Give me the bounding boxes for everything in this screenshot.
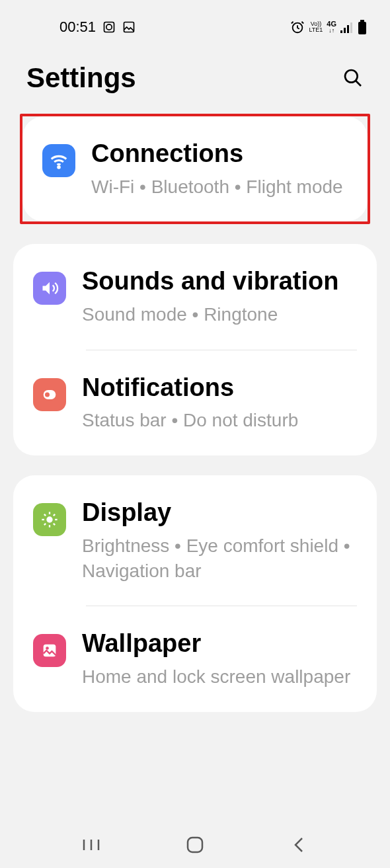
home-icon (186, 836, 204, 854)
svg-point-14 (46, 517, 52, 523)
status-bar: 00:51 Vo)) LTE1 4G ↓↑ (0, 0, 390, 42)
navigation-bar (0, 822, 390, 868)
setting-title: Sounds and vibration (82, 266, 357, 297)
setting-title: Connections (91, 139, 348, 169)
wifi-icon (42, 144, 75, 177)
setting-content: Wallpaper Home and lock screen wallpaper (82, 629, 357, 689)
setting-title: Wallpaper (82, 629, 357, 659)
search-button[interactable] (342, 67, 364, 89)
brightness-icon (33, 503, 66, 536)
home-button[interactable] (182, 832, 208, 858)
svg-line-19 (44, 514, 46, 516)
svg-point-1 (106, 24, 112, 30)
clock-app-icon (102, 20, 116, 34)
settings-header: Settings (0, 42, 390, 114)
svg-rect-9 (358, 22, 366, 34)
volte-icon: Vo)) LTE1 (309, 21, 323, 33)
svg-rect-2 (124, 22, 134, 32)
svg-line-21 (44, 524, 46, 525)
setting-item-display[interactable]: Display Brightness • Eye comfort shield … (13, 475, 377, 606)
setting-subtitle: Brightness • Eye comfort shield • Naviga… (82, 533, 357, 584)
speaker-icon (33, 272, 66, 305)
setting-item-connections[interactable]: Connections Wi-Fi • Bluetooth • Flight m… (22, 116, 368, 221)
svg-rect-6 (347, 25, 349, 33)
setting-item-sounds[interactable]: Sounds and vibration Sound mode • Ringto… (13, 244, 377, 349)
back-button[interactable] (286, 832, 312, 858)
settings-card-sounds-notifications: Sounds and vibration Sound mode • Ringto… (13, 244, 377, 455)
setting-subtitle: Wi-Fi • Bluetooth • Flight mode (91, 175, 348, 200)
setting-item-notifications[interactable]: Notifications Status bar • Do not distur… (13, 350, 377, 455)
settings-card-connections: Connections Wi-Fi • Bluetooth • Flight m… (22, 116, 368, 221)
setting-title: Notifications (82, 373, 357, 403)
svg-point-24 (46, 647, 49, 651)
svg-rect-28 (188, 838, 202, 852)
back-icon (292, 836, 305, 854)
svg-rect-4 (340, 30, 342, 33)
svg-line-20 (54, 524, 55, 525)
setting-subtitle: Home and lock screen wallpaper (82, 664, 357, 690)
svg-rect-23 (44, 645, 56, 657)
setting-content: Connections Wi-Fi • Bluetooth • Flight m… (91, 139, 348, 199)
svg-line-22 (54, 514, 55, 516)
battery-icon (358, 20, 367, 34)
svg-rect-5 (344, 28, 346, 33)
highlighted-section: Connections Wi-Fi • Bluetooth • Flight m… (20, 114, 370, 224)
notification-icon (33, 378, 66, 411)
svg-point-10 (345, 70, 358, 83)
recents-button[interactable] (78, 832, 104, 858)
image-app-icon (122, 20, 136, 34)
setting-content: Display Brightness • Eye comfort shield … (82, 498, 357, 583)
status-right: Vo)) LTE1 4G ↓↑ (290, 20, 367, 34)
svg-rect-0 (104, 22, 114, 32)
svg-point-11 (58, 167, 60, 169)
settings-card-display-wallpaper: Display Brightness • Eye comfort shield … (13, 475, 377, 712)
setting-subtitle: Sound mode • Ringtone (82, 302, 357, 327)
svg-point-13 (45, 392, 50, 397)
svg-rect-8 (360, 20, 364, 22)
recents-icon (81, 837, 101, 853)
status-time: 00:51 (59, 19, 96, 36)
alarm-icon (290, 20, 305, 34)
setting-subtitle: Status bar • Do not disturb (82, 408, 357, 433)
setting-title: Display (82, 498, 357, 528)
search-icon (342, 67, 364, 89)
network-type-icon: 4G ↓↑ (327, 20, 336, 34)
setting-content: Sounds and vibration Sound mode • Ringto… (82, 266, 357, 327)
page-title: Settings (26, 62, 136, 94)
setting-content: Notifications Status bar • Do not distur… (82, 373, 357, 433)
status-left: 00:51 (59, 19, 136, 36)
setting-item-wallpaper[interactable]: Wallpaper Home and lock screen wallpaper (13, 606, 377, 711)
wallpaper-icon (33, 634, 66, 667)
svg-rect-7 (350, 22, 352, 33)
signal-icon (340, 21, 354, 33)
